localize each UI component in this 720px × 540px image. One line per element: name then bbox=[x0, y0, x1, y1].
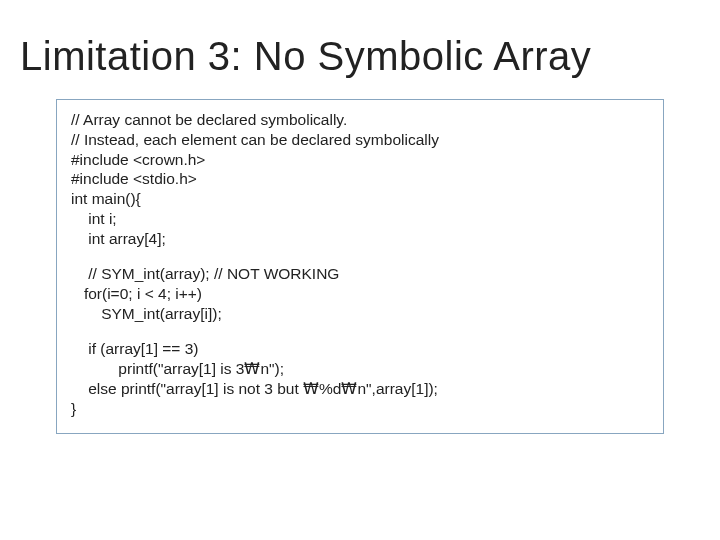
code-line: SYM_int(array[i]); bbox=[71, 304, 649, 324]
code-line: // Instead, each element can be declared… bbox=[71, 130, 649, 150]
code-line: #include <stdio.h> bbox=[71, 169, 649, 189]
code-line: // Array cannot be declared symbolically… bbox=[71, 110, 649, 130]
slide: Limitation 3: No Symbolic Array // Array… bbox=[0, 0, 720, 540]
slide-title: Limitation 3: No Symbolic Array bbox=[0, 0, 720, 93]
code-line: int i; bbox=[71, 209, 649, 229]
code-line: for(i=0; i < 4; i++) bbox=[71, 284, 649, 304]
code-line: else printf("array[1] is not 3 but ₩%d₩n… bbox=[71, 379, 649, 399]
code-line: printf("array[1] is 3₩n"); bbox=[71, 359, 649, 379]
code-block: // Array cannot be declared symbolically… bbox=[56, 99, 664, 434]
blank-line bbox=[71, 324, 649, 340]
code-line: #include <crown.h> bbox=[71, 150, 649, 170]
code-line: int array[4]; bbox=[71, 229, 649, 249]
code-line: int main(){ bbox=[71, 189, 649, 209]
code-line: } bbox=[71, 399, 649, 419]
code-line: // SYM_int(array); // NOT WORKING bbox=[71, 264, 649, 284]
blank-line bbox=[71, 249, 649, 265]
code-line: if (array[1] == 3) bbox=[71, 339, 649, 359]
